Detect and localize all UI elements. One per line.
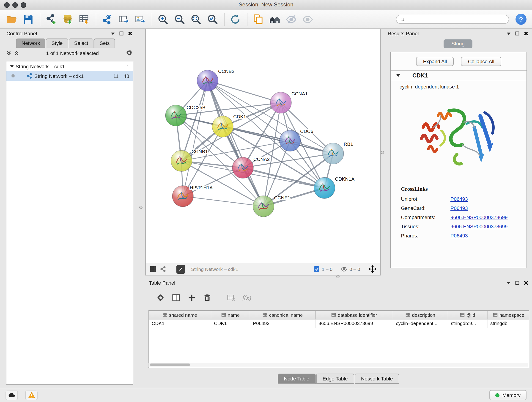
network-edge[interactable] [208, 81, 264, 206]
column-header-canonical-name[interactable]: canonical name [250, 311, 316, 319]
cell-database-identifier[interactable]: 9606.ENSP00000378699 [316, 319, 393, 328]
zoom-out-icon[interactable] [173, 13, 186, 26]
close-panel-icon[interactable] [128, 31, 133, 36]
tab-style[interactable]: Style [46, 38, 68, 48]
duplicate-document-icon[interactable] [252, 13, 264, 26]
grid-view-icon[interactable] [150, 266, 156, 272]
hidden-eye-slash-icon[interactable] [340, 266, 347, 273]
network-node-CCNB1[interactable] [171, 150, 192, 172]
import-network-database-icon[interactable] [61, 13, 74, 26]
column-header-name[interactable]: name [211, 311, 250, 319]
memory-button[interactable]: Memory [490, 390, 526, 400]
network-node-CCNE1[interactable] [253, 196, 274, 217]
protein-section-header[interactable]: CDK1 [391, 70, 526, 81]
create-column-plus-icon[interactable] [187, 293, 196, 302]
right-splitter-handle[interactable] [381, 151, 384, 154]
cell-description[interactable]: cyclin–dependent ... [393, 319, 448, 328]
export-image-icon[interactable] [134, 13, 146, 26]
network-options-gear-icon[interactable] [126, 49, 133, 57]
bottom-splitter-handle[interactable] [336, 275, 340, 278]
left-splitter-handle[interactable] [139, 206, 143, 209]
column-header-shared-name[interactable]: shared name [149, 311, 211, 319]
collapse-all-button[interactable]: Collapse All [461, 57, 501, 66]
panel-menu-icon[interactable] [110, 31, 115, 36]
tab-string[interactable]: String [443, 39, 472, 48]
close-panel-icon[interactable] [524, 31, 528, 36]
column-header-description[interactable]: description [393, 311, 448, 319]
network-node-CDC6[interactable] [279, 130, 301, 151]
network-node-CDK1[interactable] [212, 116, 233, 137]
float-panel-icon[interactable] [119, 31, 124, 36]
refresh-icon[interactable] [229, 13, 241, 26]
float-panel-icon[interactable] [515, 31, 520, 36]
birdseye-crosshair-icon[interactable] [369, 265, 376, 273]
search-field[interactable] [396, 15, 509, 24]
tab-edge-table[interactable]: Edge Table [316, 374, 354, 384]
search-input[interactable] [407, 17, 505, 22]
zoom-in-icon[interactable] [157, 13, 169, 26]
delete-table-icon[interactable] [227, 293, 235, 302]
table-options-gear-icon[interactable] [156, 293, 165, 302]
scrollbar-thumb[interactable] [150, 364, 190, 366]
horizontal-scrollbar[interactable] [148, 363, 528, 367]
show-columns-icon[interactable] [172, 293, 181, 302]
help-button[interactable]: ? [515, 14, 526, 25]
zoom-selected-icon[interactable] [206, 13, 219, 26]
section-expand-triangle-icon[interactable] [396, 74, 400, 77]
column-header-database-identifier[interactable]: database identifier [316, 311, 393, 319]
network-edge[interactable] [183, 196, 264, 206]
warning-button[interactable] [25, 390, 38, 400]
save-session-icon[interactable] [22, 13, 34, 26]
hide-selection-eye-slash-icon[interactable] [285, 13, 298, 26]
show-selection-eye-icon[interactable] [302, 13, 314, 26]
network-share-icon[interactable] [160, 266, 166, 272]
tab-network-table[interactable]: Network Table [355, 374, 399, 384]
crosslink-tissues-link[interactable]: 9606.ENSP00000378699 [450, 224, 508, 229]
collapse-all-chevron-icon[interactable] [6, 50, 12, 56]
network-node-CDKN1A[interactable] [314, 177, 335, 198]
cell-shared-name[interactable]: CDK1 [149, 319, 211, 328]
close-panel-icon[interactable] [524, 280, 528, 285]
selected-nodes-checkbox-icon[interactable] [314, 266, 320, 272]
delete-column-trash-icon[interactable] [203, 293, 212, 302]
import-network-file-icon[interactable] [45, 13, 57, 26]
network-edge[interactable] [183, 81, 208, 196]
collection-expand-triangle-icon[interactable] [10, 65, 14, 68]
network-edge[interactable] [208, 81, 281, 103]
crosslink-uniprot-link[interactable]: P06493 [450, 196, 468, 202]
tab-network[interactable]: Network [16, 38, 46, 48]
crosslink-genecard-link[interactable]: P06493 [450, 205, 468, 211]
network-canvas[interactable]: CCNB2CCNA1CDC25BCDK1CDC6RB1CCNB1CCNA2CDK… [146, 29, 380, 263]
tab-select[interactable]: Select [69, 38, 94, 48]
panel-menu-icon[interactable] [506, 280, 511, 285]
network-node-CDC25B[interactable] [165, 105, 186, 126]
cell-canonical-name[interactable]: P06493 [250, 319, 316, 328]
network-collection-row[interactable]: String Network – cdk1 1 [6, 61, 133, 71]
panel-menu-icon[interactable] [506, 31, 511, 36]
column-header-id[interactable]: @id [448, 311, 488, 319]
network-edge[interactable] [223, 127, 333, 153]
network-node-RB1[interactable] [323, 143, 344, 164]
cell-name[interactable]: CDK1 [211, 319, 250, 328]
table-row[interactable]: CDK1 CDK1 P06493 9606.ENSP00000378699 cy… [149, 319, 529, 328]
network-row[interactable]: String Network – cdk1 11 48 [6, 71, 133, 81]
network-node-CCNB2[interactable] [197, 70, 218, 91]
expand-all-chevron-icon[interactable] [14, 50, 19, 56]
cell-namespace[interactable]: stringdb [488, 319, 529, 328]
open-session-icon[interactable] [6, 13, 18, 26]
crosslink-compartments-link[interactable]: 9606.ENSP00000378699 [450, 215, 508, 220]
cloud-button[interactable] [6, 390, 18, 400]
expand-all-button[interactable]: Expand All [416, 57, 454, 66]
import-table-file-icon[interactable] [78, 13, 90, 26]
detach-view-button[interactable] [177, 265, 185, 274]
cell-id[interactable]: stringdb:9... [448, 319, 488, 328]
function-builder-fx-button[interactable]: f(x) [242, 294, 251, 301]
export-table-icon[interactable] [117, 13, 130, 26]
houses-icon[interactable] [268, 13, 281, 26]
crosslink-pharos-link[interactable]: P06493 [450, 233, 468, 238]
float-panel-icon[interactable] [515, 280, 520, 285]
network-node-CCNA1[interactable] [270, 92, 291, 113]
export-network-icon[interactable] [101, 13, 113, 26]
zoom-fit-icon[interactable] [190, 13, 202, 26]
network-node-CCNA2[interactable] [232, 157, 253, 178]
